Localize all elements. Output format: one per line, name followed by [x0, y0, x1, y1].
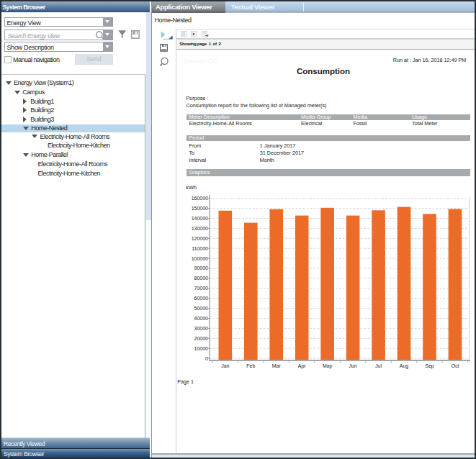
svg-text:100000: 100000 — [192, 256, 208, 261]
svg-text:50000: 50000 — [194, 306, 209, 311]
svg-text:140000: 140000 — [192, 216, 208, 221]
svg-text:kWh: kWh — [186, 184, 197, 191]
svg-text:20000: 20000 — [194, 336, 209, 341]
svg-text:60000: 60000 — [194, 296, 209, 301]
svg-text:Apr: Apr — [298, 363, 307, 369]
svg-text:Sep: Sep — [425, 363, 434, 369]
svg-text:150000: 150000 — [192, 206, 208, 211]
svg-text:160000: 160000 — [192, 196, 208, 201]
svg-text:10000: 10000 — [194, 346, 209, 351]
svg-text:90000: 90000 — [194, 265, 209, 271]
svg-text:May: May — [323, 363, 333, 369]
svg-text:Jul: Jul — [375, 363, 382, 368]
svg-text:0: 0 — [205, 356, 208, 361]
svg-text:130000: 130000 — [192, 226, 208, 231]
svg-text:Feb: Feb — [246, 363, 255, 368]
svg-text:80000: 80000 — [194, 276, 209, 281]
svg-text:Mar: Mar — [272, 363, 282, 368]
svg-text:Jan: Jan — [221, 363, 229, 368]
svg-text:70000: 70000 — [194, 286, 209, 291]
svg-text:Oct: Oct — [451, 363, 459, 368]
svg-text:110000: 110000 — [192, 246, 208, 251]
svg-text:Jun: Jun — [349, 363, 356, 368]
svg-text:30000: 30000 — [194, 326, 209, 331]
svg-text:Aug: Aug — [400, 363, 409, 369]
svg-text:40000: 40000 — [194, 316, 209, 321]
svg-text:120000: 120000 — [192, 236, 208, 241]
